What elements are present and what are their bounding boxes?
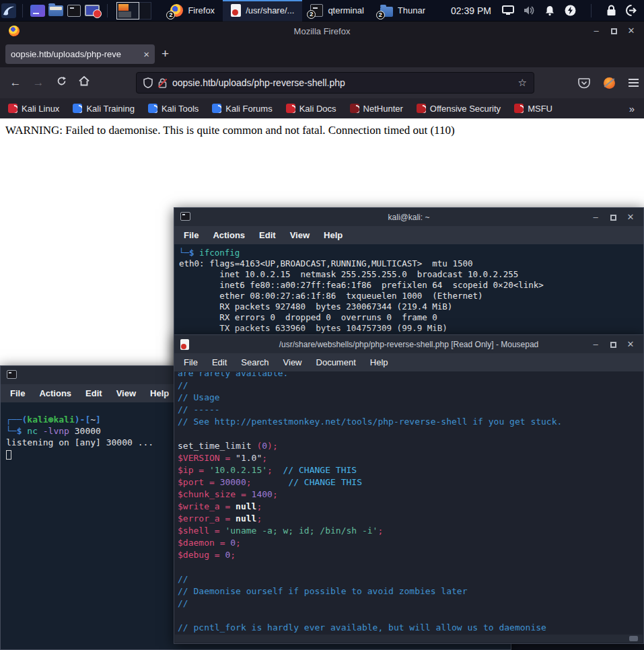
bookmarks-overflow-chevron[interactable]: »	[629, 103, 633, 114]
firefox-account-icon[interactable]	[604, 77, 615, 89]
panel-separator	[107, 4, 108, 17]
taskbar-item-firefox[interactable]: 2Firefox	[162, 0, 223, 22]
bookmark-favicon	[350, 104, 359, 113]
text-line: eth0: flags=4163<UP,BROADCAST,RUNNING,MU…	[179, 258, 643, 269]
workspace-1[interactable]	[116, 2, 139, 20]
power-manager-icon[interactable]	[565, 5, 576, 16]
horizontal-scrollbar[interactable]	[175, 635, 643, 643]
launcher-terminal[interactable]	[65, 0, 83, 22]
text-line: TX packets 633960 bytes 104757309 (99.9 …	[179, 323, 643, 334]
minimize-button[interactable]: –	[587, 22, 605, 40]
insecure-lock-icon[interactable]	[158, 78, 167, 88]
bookmark-star-icon[interactable]: ☆	[518, 77, 527, 89]
bookmark-kali-docs[interactable]: Kali Docs	[286, 104, 336, 114]
pocket-icon[interactable]	[578, 77, 590, 89]
bookmark-nethunter[interactable]: NetHunter	[350, 104, 403, 114]
bookmark-label: MSFU	[528, 104, 552, 114]
terminal1-titlebar[interactable]: kali@kali: ~ – ✕	[174, 208, 643, 226]
bookmarks-bar: Kali LinuxKali TrainingKali ToolsKali Fo…	[0, 98, 644, 118]
menu-file[interactable]: File	[10, 388, 25, 398]
menu-view[interactable]: View	[290, 230, 310, 240]
mousepad-icon	[180, 339, 189, 350]
forward-button[interactable]: →	[27, 76, 50, 89]
menu-help[interactable]: Help	[150, 388, 169, 398]
mousepad-titlebar[interactable]: /usr/share/webshells/php/php-reverse-she…	[174, 335, 643, 353]
tray-separator	[591, 4, 592, 17]
menu-file[interactable]: File	[184, 357, 198, 367]
bookmark-msfu[interactable]: MSFU	[514, 104, 552, 114]
minimize-button[interactable]: –	[587, 208, 604, 226]
terminal1-title: kali@kali: ~	[174, 213, 643, 222]
maximize-button[interactable]	[605, 22, 622, 40]
workspace-2[interactable]	[139, 2, 151, 20]
url-bar[interactable]: oopsie.htb/uploads/php-reverse-shell.php…	[136, 72, 534, 94]
launcher-screen-record[interactable]	[83, 0, 101, 22]
home-button[interactable]	[73, 76, 96, 89]
close-button[interactable]: ✕	[622, 208, 639, 226]
bookmark-kali-forums[interactable]: Kali Forums	[212, 104, 272, 114]
menu-view[interactable]: View	[283, 357, 302, 367]
menu-help[interactable]: Help	[324, 230, 343, 240]
clock[interactable]: 02:39 PM	[451, 5, 491, 16]
maximize-button[interactable]	[604, 208, 622, 226]
workspace-switcher[interactable]	[116, 2, 151, 20]
taskbar-item-qterminal[interactable]: 2qterminal	[302, 0, 371, 22]
bookmark-favicon	[514, 104, 524, 113]
terminal1-output[interactable]: └─$ ifconfigeth0: flags=4163<UP,BROADCAS…	[174, 244, 643, 345]
folder-icon	[48, 5, 63, 16]
lock-screen-icon[interactable]	[606, 5, 616, 16]
text-line: └─$ ifconfig	[179, 248, 643, 258]
firefox-titlebar[interactable]: Mozilla Firefox – ✕	[0, 22, 644, 40]
menu-help[interactable]: Help	[370, 357, 388, 367]
text-line: $chunk_size = 1400;	[178, 489, 643, 501]
menu-actions[interactable]: Actions	[213, 230, 245, 240]
bookmark-kali-tools[interactable]: Kali Tools	[148, 104, 199, 114]
reload-button[interactable]	[50, 76, 73, 89]
text-line: set_time_limit (0);	[178, 440, 643, 452]
tab-close-icon[interactable]: ×	[143, 48, 149, 60]
notifications-bell-icon[interactable]	[544, 5, 555, 16]
menu-actions[interactable]: Actions	[39, 388, 71, 398]
launcher-files[interactable]	[28, 0, 46, 22]
kali-menu-button[interactable]	[0, 0, 17, 22]
menu-edit[interactable]: Edit	[85, 388, 102, 398]
editor-text-area[interactable]: are rarely available.//// Usage// -----/…	[175, 372, 643, 635]
text-line: //	[178, 573, 643, 585]
launcher-folder[interactable]	[46, 0, 65, 22]
firefox-navigation-bar: ← → oopsie.htb/uploads/php-reverse-shell…	[0, 67, 644, 98]
close-button[interactable]: ✕	[622, 335, 639, 353]
menu-search[interactable]: Search	[241, 357, 269, 367]
bookmark-kali-training[interactable]: Kali Training	[73, 104, 135, 114]
tracking-shield-icon[interactable]	[143, 77, 153, 88]
new-tab-button[interactable]: +	[162, 46, 169, 61]
volume-icon[interactable]	[524, 5, 535, 15]
php-warning-text: WARNING: Failed to daemonise. This is qu…	[5, 124, 455, 137]
back-button[interactable]: ←	[4, 76, 27, 89]
taskbar-item-mousepad[interactable]: /usr/share/...	[223, 0, 302, 22]
task-label: /usr/share/...	[246, 5, 294, 15]
menu-edit[interactable]: Edit	[212, 357, 227, 367]
minimize-button[interactable]: –	[587, 335, 604, 353]
mousepad-menubar: FileEditSearchViewDocumentHelp	[174, 353, 643, 371]
system-tray	[502, 4, 644, 17]
screen-record-icon	[85, 5, 100, 16]
menu-view[interactable]: View	[116, 388, 136, 398]
logout-icon[interactable]	[626, 5, 637, 16]
menu-edit[interactable]: Edit	[259, 230, 276, 240]
bookmark-offensive-security[interactable]: Offensive Security	[417, 104, 501, 114]
maximize-button[interactable]	[604, 335, 622, 353]
display-icon[interactable]	[502, 5, 514, 15]
menu-hamburger-icon[interactable]	[629, 77, 639, 89]
bookmark-label: Kali Training	[86, 104, 135, 114]
url-text[interactable]: oopsie.htb/uploads/php-reverse-shell.php	[172, 77, 513, 88]
close-button[interactable]: ✕	[622, 22, 640, 40]
bookmark-kali-linux[interactable]: Kali Linux	[8, 104, 59, 114]
firefox-tab-bar: oopsie.htb/uploads/php-reve × +	[0, 40, 644, 67]
taskbar-item-thunar[interactable]: 2Thunar	[372, 0, 433, 22]
scrollbar-thumb[interactable]	[629, 636, 638, 641]
text-line: $port = 30000; // CHANGE THIS	[178, 476, 643, 489]
menu-file[interactable]: File	[184, 230, 199, 240]
browser-tab[interactable]: oopsie.htb/uploads/php-reve ×	[5, 44, 155, 64]
menu-document[interactable]: Document	[316, 357, 356, 367]
tab-title: oopsie.htb/uploads/php-reve	[11, 49, 141, 59]
